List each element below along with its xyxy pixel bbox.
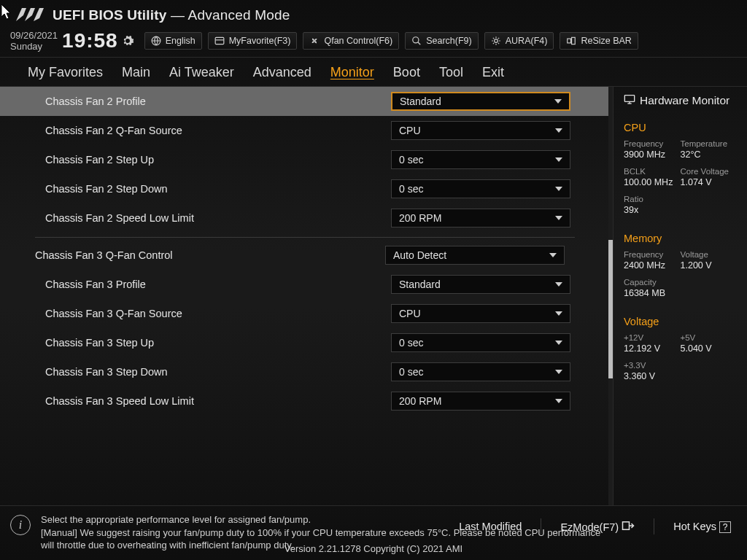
setting-row[interactable]: Chassis Fan 2 Step Up0 sec bbox=[0, 145, 613, 174]
tab-my-favorites[interactable]: My Favorites bbox=[28, 65, 103, 80]
title-bar: UEFI BIOS Utility — Advanced Mode bbox=[0, 0, 747, 28]
hwmon-key: BCLK bbox=[624, 167, 681, 176]
hwmon-cell: Frequency3900 MHz bbox=[624, 139, 681, 160]
setting-dropdown[interactable]: 200 RPM bbox=[391, 209, 570, 228]
setting-dropdown[interactable]: Standard bbox=[391, 275, 570, 294]
setting-row[interactable]: Chassis Fan 2 Q-Fan SourceCPU bbox=[0, 116, 613, 145]
setting-dropdown[interactable]: 0 sec bbox=[391, 362, 570, 381]
info-bar: 09/26/2021 Sunday 19:58 English MyFavori… bbox=[0, 28, 747, 58]
hwmon-key: Capacity bbox=[624, 278, 681, 287]
settings-panel: Chassis Fan 2 ProfileStandardChassis Fan… bbox=[0, 87, 613, 505]
brand-logo-icon bbox=[12, 6, 44, 25]
setting-row[interactable]: Chassis Fan 3 Q-Fan ControlAuto Detect bbox=[0, 241, 613, 270]
setting-dropdown[interactable]: 0 sec bbox=[391, 333, 570, 352]
language-button[interactable]: English bbox=[144, 32, 202, 50]
aura-button[interactable]: AURA(F4) bbox=[484, 32, 554, 50]
hwmon-cell: Ratio39x bbox=[624, 195, 681, 215]
hwmon-key: +3.3V bbox=[624, 361, 681, 370]
hwmon-cell: Capacity16384 MB bbox=[624, 278, 681, 298]
setting-row[interactable]: Chassis Fan 2 Speed Low Limit200 RPM bbox=[0, 203, 613, 233]
hwmon-cell: Temperature32°C bbox=[681, 139, 738, 160]
svg-line-7 bbox=[418, 42, 421, 45]
setting-dropdown[interactable]: 0 sec bbox=[391, 150, 570, 169]
tab-main[interactable]: Main bbox=[122, 65, 150, 80]
setting-row[interactable]: Chassis Fan 3 Speed Low Limit200 RPM bbox=[0, 386, 613, 416]
hwmon-value: 39x bbox=[624, 205, 681, 215]
hwmon-section-memory: Memory bbox=[624, 233, 737, 244]
hwmon-value: 12.192 V bbox=[624, 343, 681, 354]
hotkeys-button[interactable]: Hot Keys? bbox=[673, 521, 731, 533]
dropdown-value: 0 sec bbox=[399, 337, 423, 349]
cursor-icon bbox=[1, 4, 14, 22]
page-title: UEFI BIOS Utility — Advanced Mode bbox=[53, 7, 290, 23]
svg-rect-14 bbox=[623, 521, 630, 529]
dropdown-value: 200 RPM bbox=[399, 395, 441, 407]
scrollbar-track[interactable] bbox=[608, 87, 613, 505]
last-modified-button[interactable]: Last Modified bbox=[459, 521, 522, 532]
resizebar-button[interactable]: ReSize BAR bbox=[560, 32, 638, 50]
hwmon-title: Hardware Monitor bbox=[624, 87, 737, 112]
setting-row[interactable]: Chassis Fan 2 ProfileStandard bbox=[0, 87, 613, 116]
hwmon-key: Voltage bbox=[681, 250, 738, 259]
hwmon-value: 32°C bbox=[681, 149, 738, 160]
hardware-monitor-panel: Hardware Monitor CPU Frequency3900 MHzTe… bbox=[613, 87, 747, 505]
setting-row[interactable]: Chassis Fan 3 Step Down0 sec bbox=[0, 357, 613, 386]
setting-row[interactable]: Chassis Fan 3 Q-Fan SourceCPU bbox=[0, 299, 613, 328]
hwmon-cell: +12V12.192 V bbox=[624, 333, 681, 354]
dropdown-value: 0 sec bbox=[399, 183, 423, 195]
setting-label: Chassis Fan 2 Step Up bbox=[41, 154, 391, 166]
svg-marker-1 bbox=[25, 8, 35, 21]
setting-dropdown[interactable]: Auto Detect bbox=[385, 246, 565, 265]
separator bbox=[654, 518, 654, 534]
dropdown-value: Standard bbox=[399, 279, 441, 290]
setting-label: Chassis Fan 3 Profile bbox=[41, 279, 391, 290]
tab-monitor[interactable]: Monitor bbox=[330, 65, 374, 80]
hwmon-value: 1.074 V bbox=[681, 177, 738, 187]
tab-ai-tweaker[interactable]: Ai Tweaker bbox=[169, 65, 234, 80]
svg-point-8 bbox=[494, 39, 498, 43]
chevron-down-icon bbox=[554, 99, 562, 104]
tab-exit[interactable]: Exit bbox=[482, 65, 504, 80]
setting-dropdown[interactable]: 0 sec bbox=[391, 179, 570, 198]
hwmon-value: 100.00 MHz bbox=[624, 177, 681, 187]
setting-dropdown[interactable]: 200 RPM bbox=[391, 392, 570, 411]
clock-display[interactable]: 19:58 bbox=[62, 29, 134, 52]
action-bar: Last Modified EzMode(F7) Hot Keys? bbox=[0, 513, 747, 540]
chevron-down-icon bbox=[555, 341, 562, 345]
setting-row[interactable]: Chassis Fan 3 Step Up0 sec bbox=[0, 328, 613, 357]
copyright-text: Version 2.21.1278 Copyright (C) 2021 AMI bbox=[0, 540, 747, 560]
hwmon-value: 3.360 V bbox=[624, 371, 681, 381]
setting-label: Chassis Fan 3 Step Up bbox=[41, 337, 391, 349]
chevron-down-icon bbox=[555, 370, 562, 374]
myfavorite-button[interactable]: MyFavorite(F3) bbox=[208, 32, 298, 50]
tab-advanced[interactable]: Advanced bbox=[253, 65, 311, 80]
setting-dropdown[interactable]: CPU bbox=[391, 304, 570, 323]
setting-label: Chassis Fan 2 Q-Fan Source bbox=[41, 125, 391, 136]
setting-label: Chassis Fan 3 Q-Fan Control bbox=[35, 249, 385, 261]
chevron-down-icon bbox=[555, 311, 562, 316]
search-button[interactable]: Search(F9) bbox=[405, 32, 479, 50]
ezmode-button[interactable]: EzMode(F7) bbox=[560, 521, 635, 533]
chevron-down-icon bbox=[555, 216, 562, 220]
search-icon bbox=[411, 36, 422, 46]
svg-rect-4 bbox=[215, 37, 224, 44]
svg-marker-2 bbox=[34, 8, 44, 21]
qfan-button[interactable]: Qfan Control(F6) bbox=[303, 32, 399, 50]
tab-boot[interactable]: Boot bbox=[393, 65, 420, 80]
setting-dropdown[interactable]: Standard bbox=[391, 92, 570, 111]
setting-row[interactable]: Chassis Fan 2 Step Down0 sec bbox=[0, 174, 613, 203]
setting-dropdown[interactable]: CPU bbox=[391, 121, 570, 140]
tab-tool[interactable]: Tool bbox=[439, 65, 463, 80]
hwmon-key: Core Voltage bbox=[681, 167, 738, 176]
hwmon-value: 1.200 V bbox=[681, 260, 738, 271]
chevron-down-icon bbox=[555, 399, 562, 403]
setting-label: Chassis Fan 3 Step Down bbox=[41, 366, 391, 378]
scrollbar-thumb[interactable] bbox=[608, 240, 613, 378]
hwmon-key: Frequency bbox=[624, 139, 681, 148]
setting-row[interactable]: Chassis Fan 3 ProfileStandard bbox=[0, 270, 613, 299]
hwmon-value: 16384 MB bbox=[624, 288, 681, 298]
chevron-down-icon bbox=[555, 158, 562, 162]
dropdown-value: CPU bbox=[399, 308, 421, 319]
dropdown-value: CPU bbox=[399, 125, 421, 136]
chevron-down-icon bbox=[555, 282, 562, 287]
